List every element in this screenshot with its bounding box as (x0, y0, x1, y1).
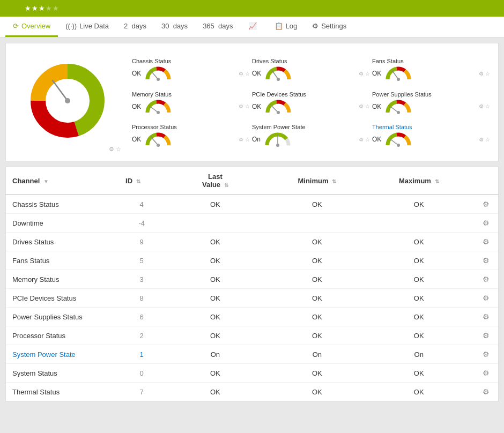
cell-channel-1: Downtime (6, 214, 119, 233)
power-supplies-value: OK (372, 103, 381, 110)
tab-30days-label: 30 days (161, 22, 188, 30)
drives-label: Drives Status (252, 58, 370, 64)
cell-last-2: OK (164, 233, 266, 251)
log-icon: 📋 (275, 22, 283, 30)
processor-label: Processor Status (132, 124, 250, 130)
tab-log[interactable]: 📋 Log (267, 17, 305, 37)
header: ★ ★ ★ ★ ★ (0, 0, 504, 17)
minimum-sort-icon: ⇅ (332, 178, 336, 184)
table-row: System Status 0 OK OK OK ⚙ (6, 364, 498, 383)
tab-2days[interactable]: 2 days (116, 17, 154, 37)
cell-action-0[interactable]: ⚙ (470, 195, 498, 214)
memory-gauge-row: OK ⚙ ☆ (132, 99, 250, 115)
drives-value: OK (252, 70, 261, 77)
fans-value: OK (372, 70, 381, 77)
sub-status-memory: Memory Status OK ⚙ ☆ (132, 91, 250, 120)
fans-gauge-icons[interactable]: ⚙ ☆ (479, 71, 490, 77)
cell-action-9[interactable]: ⚙ (470, 364, 498, 383)
cell-id-2: 9 (119, 233, 164, 251)
thermal-gauge (384, 131, 412, 147)
cell-channel-2: Drives Status (6, 233, 119, 251)
svg-line-56 (390, 139, 398, 145)
col-header-maximum[interactable]: Maximum ⇅ (368, 167, 470, 195)
svg-line-10 (151, 71, 158, 79)
drives-gauge-icons[interactable]: ⚙ ☆ (359, 71, 370, 77)
cell-min-2: OK (266, 233, 368, 251)
sub-status-system-power: System Power State On ⚙ ☆ (252, 124, 370, 153)
cell-last-8: On (164, 345, 266, 364)
cell-last-10: OK (164, 383, 266, 401)
fans-label: Fans Status (372, 58, 490, 64)
cell-max-2: OK (368, 233, 470, 251)
cell-max-9: OK (368, 364, 470, 383)
cell-action-8[interactable]: ⚙ (470, 345, 498, 364)
system-power-label: System Power State (252, 124, 370, 130)
drives-gauge (264, 65, 292, 81)
cell-action-10[interactable]: ⚙ (470, 383, 498, 401)
svg-point-29 (157, 111, 160, 114)
system-power-gauge-row: On ⚙ ☆ (252, 131, 370, 147)
tab-settings[interactable]: ⚙ Settings (305, 17, 354, 37)
table-row: Power Supplies Status 6 OK OK OK ⚙ (6, 308, 498, 326)
system-power-value: On (252, 136, 261, 143)
cell-action-6[interactable]: ⚙ (470, 308, 498, 326)
processor-gauge-row: OK ⚙ ☆ (132, 131, 250, 147)
chassis-gauge-icons[interactable]: ⚙ ☆ (239, 71, 250, 77)
cell-channel-3: Fans Status (6, 251, 119, 270)
cell-channel-6: Power Supplies Status (6, 308, 119, 326)
cell-action-4[interactable]: ⚙ (470, 270, 498, 289)
cell-id-7: 2 (119, 326, 164, 345)
donut-chart-container: ⚙ ☆ (14, 58, 121, 153)
cell-channel-4: Memory Status (6, 270, 119, 289)
cell-min-7: OK (266, 326, 368, 345)
drives-gauge-row: OK ⚙ ☆ (252, 65, 370, 81)
cell-max-3: OK (368, 251, 470, 270)
pcie-value: OK (252, 103, 261, 110)
svg-point-5 (65, 98, 70, 103)
thermal-gauge-row: OK ⚙ ☆ (372, 131, 490, 147)
tab-30days[interactable]: 30 days (154, 17, 195, 37)
thermal-value: OK (372, 136, 381, 143)
pcie-gauge-icons[interactable]: ⚙ ☆ (359, 103, 370, 109)
col-header-id[interactable]: ID ⇅ (119, 167, 164, 195)
donut-action-icons[interactable]: ⚙ ☆ (109, 146, 121, 153)
system-status-panel: ⚙ ☆ Chassis Status OK (5, 43, 499, 161)
memory-gauge-icons[interactable]: ⚙ ☆ (239, 103, 250, 109)
pcie-label: PCIe Devices Status (252, 91, 370, 98)
table-row: Thermal Status 7 OK OK OK ⚙ (6, 383, 498, 401)
thermal-gauge-icons[interactable]: ⚙ ☆ (479, 137, 490, 143)
cell-last-4: OK (164, 270, 266, 289)
cell-channel-7: Processor Status (6, 326, 119, 345)
system-power-gauge-icons[interactable]: ⚙ ☆ (359, 137, 370, 143)
cell-channel-8[interactable]: System Power State (6, 345, 119, 364)
col-header-minimum[interactable]: Minimum ⇅ (266, 167, 368, 195)
cell-action-3[interactable]: ⚙ (470, 251, 498, 270)
cell-action-5[interactable]: ⚙ (470, 289, 498, 308)
memory-label: Memory Status (132, 91, 250, 98)
data-table-panel: Channel ▼ ID ⇅ LastValue ⇅ Minimum ⇅ Max… (5, 167, 499, 401)
col-header-channel[interactable]: Channel ▼ (6, 167, 119, 195)
cell-max-8: On (368, 345, 470, 364)
fans-gauge-row: OK ⚙ ☆ (372, 65, 490, 81)
svg-point-35 (277, 111, 280, 114)
sub-status-fans: Fans Status OK ⚙ ☆ (372, 58, 490, 87)
power-supplies-gauge-icons[interactable]: ⚙ ☆ (479, 103, 490, 109)
tab-overview[interactable]: ⟳ Overview (5, 17, 58, 37)
svg-line-16 (272, 70, 278, 79)
tab-livedata[interactable]: ((·)) Live Data (58, 17, 116, 37)
cell-action-1[interactable]: ⚙ (470, 214, 498, 233)
processor-gauge-icons[interactable]: ⚙ ☆ (239, 137, 250, 143)
sub-status-power-supplies: Power Supplies Status OK ⚙ ☆ (372, 91, 490, 120)
thermal-label: Thermal Status (372, 124, 490, 130)
cell-min-9: OK (266, 364, 368, 383)
table-row: Memory Status 3 OK OK OK ⚙ (6, 270, 498, 289)
cell-action-2[interactable]: ⚙ (470, 233, 498, 251)
cell-action-7[interactable]: ⚙ (470, 326, 498, 345)
tab-historic[interactable]: 📈 (241, 17, 267, 37)
fans-gauge (384, 65, 412, 81)
cell-max-10: OK (368, 383, 470, 401)
col-header-last-value[interactable]: LastValue ⇅ (164, 167, 266, 195)
tab-365days[interactable]: 365 days (195, 17, 240, 37)
pcie-gauge (264, 99, 292, 115)
power-supplies-gauge-row: OK ⚙ ☆ (372, 99, 490, 115)
